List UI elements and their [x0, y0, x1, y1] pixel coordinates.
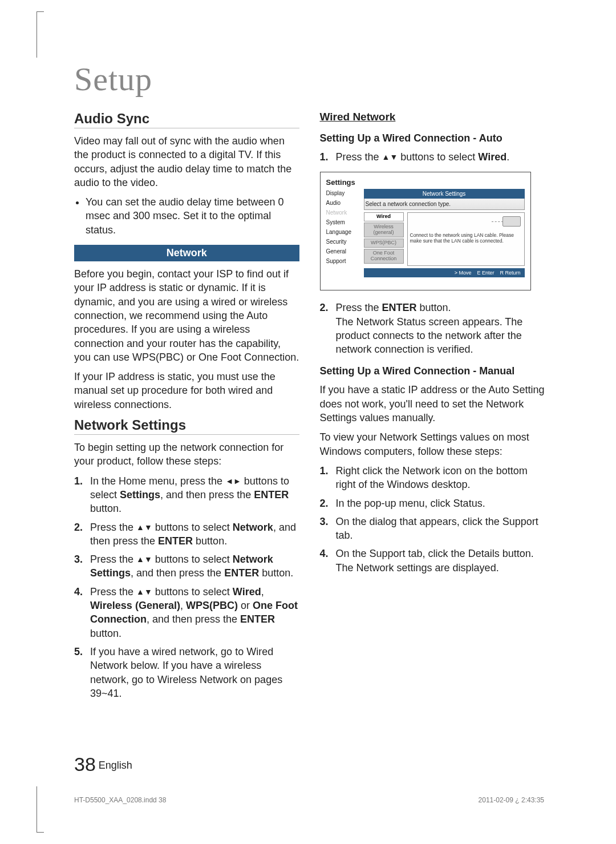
ui-main: Network Settings Select a network connec… [364, 189, 525, 277]
wired-auto-step-1: Press the ▲▼ buttons to select Wired. [320, 150, 545, 164]
page: Setup Audio Sync Video may fall out of s… [0, 0, 616, 844]
step-3: Press the ▲▼ buttons to select Network S… [74, 552, 299, 580]
ui-instruction: Select a network connection type. [364, 199, 525, 210]
columns: Audio Sync Video may fall out of sync wi… [74, 108, 545, 705]
page-number: 38 English [74, 753, 132, 776]
source-file: HT-D5500_XAA_0208.indd 38 [74, 796, 166, 804]
wired-auto-steps-2: Press the ENTER button. The Network Stat… [320, 301, 545, 356]
manual-steps: Right click the Network icon on the bott… [320, 464, 545, 575]
crop-mark-top [37, 11, 44, 58]
audio-sync-text: Video may fall out of sync with the audi… [74, 134, 299, 189]
ui-side-audio: Audio [326, 199, 360, 207]
ui-side-support: Support [326, 257, 360, 265]
ui-footer-move: > Move [455, 270, 472, 276]
ui-footer: > Move E Enter R Return [364, 268, 525, 277]
ui-footer-enter: E Enter [477, 270, 494, 276]
crop-mark-bottom [37, 786, 44, 833]
wired-manual-p1: If you have a static IP address or the A… [320, 383, 545, 425]
ui-side-system: System [326, 218, 360, 227]
step-5: If you have a wired network, go to Wired… [74, 645, 299, 700]
ui-side-security: Security [326, 237, 360, 246]
wired-manual-heading: Setting Up a Wired Connection - Manual [320, 365, 545, 377]
audio-sync-list: You can set the audio delay time between… [74, 195, 299, 237]
ui-side-general: General [326, 247, 360, 256]
left-column: Audio Sync Video may fall out of sync wi… [74, 108, 299, 705]
network-settings-heading: Network Settings [74, 417, 299, 435]
content-area: Setup Audio Sync Video may fall out of s… [74, 60, 545, 705]
ui-sidebar: Display Audio Network System Language Se… [326, 189, 360, 277]
network-intro-2: If your IP address is static, you must u… [74, 370, 299, 411]
print-metadata: HT-D5500_XAA_0208.indd 38 2011-02-09 ¿ 2… [74, 796, 544, 804]
up-down-icon: ▲▼ [136, 555, 152, 564]
up-down-icon: ▲▼ [382, 152, 398, 161]
ui-side-network: Network [326, 208, 360, 217]
wired-auto-step-2: Press the ENTER button. The Network Stat… [320, 301, 545, 356]
up-down-icon: ▲▼ [136, 587, 152, 596]
ui-options: Wired Wireless (general) WPS(PBC) One Fo… [364, 212, 404, 266]
ui-side-display: Display [326, 189, 360, 197]
ui-settings-label: Settings [326, 178, 525, 187]
wired-auto-heading: Setting Up a Wired Connection - Auto [320, 132, 545, 144]
ui-opt-wps: WPS(PBC) [364, 239, 404, 248]
ui-preview-text: Connect to the network using LAN cable. … [410, 232, 522, 244]
wired-auto-steps: Press the ▲▼ buttons to select Wired. [320, 150, 545, 164]
ui-opt-wired: Wired [364, 212, 404, 221]
manual-step-4: On the Support tab, click the Details bu… [320, 547, 545, 575]
manual-step-2: In the pop-up menu, click Status. [320, 496, 545, 510]
step-2: Press the ▲▼ buttons to select Network, … [74, 520, 299, 548]
left-right-icon: ◄► [225, 476, 241, 486]
right-column: Wired Network Setting Up a Wired Connect… [320, 108, 545, 705]
step-4: Press the ▲▼ buttons to select Wired, Wi… [74, 585, 299, 640]
ui-opt-onefoot: One Foot Connection [364, 249, 404, 264]
network-steps: In the Home menu, press the ◄► buttons t… [74, 474, 299, 700]
ui-preview: Connect to the network using LAN cable. … [407, 212, 525, 266]
audio-sync-bullet: You can set the audio delay time between… [86, 195, 299, 237]
up-down-icon: ▲▼ [136, 523, 152, 532]
audio-sync-heading: Audio Sync [74, 111, 299, 128]
wired-manual-p2: To view your Network Settings values on … [320, 430, 545, 458]
page-title: Setup [74, 60, 545, 98]
wired-network-heading: Wired Network [320, 111, 545, 123]
ui-opt-wireless: Wireless (general) [364, 223, 404, 237]
print-timestamp: 2011-02-09 ¿ 2:43:35 [479, 796, 544, 804]
network-intro-1: Before you begin, contact your ISP to fi… [74, 267, 299, 364]
ui-header: Network Settings [364, 189, 525, 199]
step-1: In the Home menu, press the ◄► buttons t… [74, 474, 299, 516]
ui-footer-return: R Return [500, 270, 520, 276]
manual-step-1: Right click the Network icon on the bott… [320, 464, 545, 492]
settings-screenshot: Settings Display Audio Network System La… [320, 172, 531, 290]
network-settings-intro: To begin setting up the network connecti… [74, 441, 299, 469]
manual-step-3: On the dialog that appears, click the Su… [320, 515, 545, 543]
router-icon [502, 216, 521, 227]
network-banner: Network [74, 245, 299, 261]
ui-side-language: Language [326, 228, 360, 236]
